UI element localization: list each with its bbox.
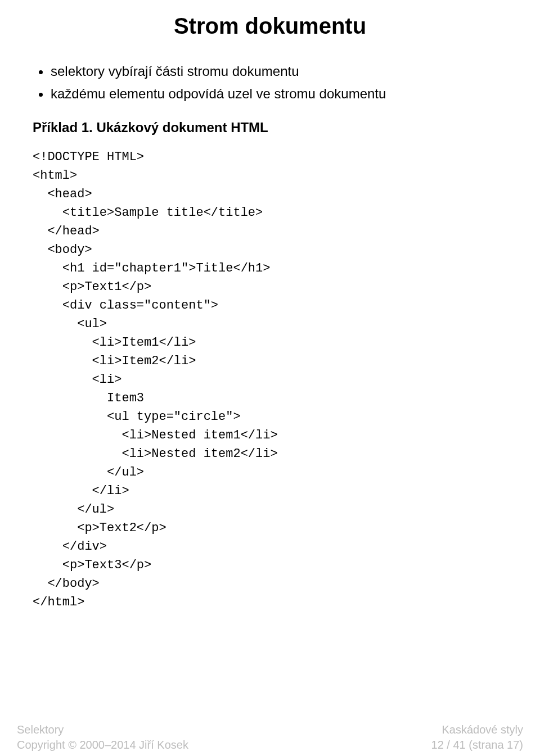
footer-page-number: 12 / 41 (strana 17) bbox=[431, 737, 523, 753]
example-heading: Příklad 1. Ukázkový dokument HTML bbox=[33, 120, 507, 135]
list-item: selektory vybírají části stromu dokument… bbox=[51, 61, 507, 82]
footer-section-name: Selektory bbox=[17, 722, 188, 737]
footer-right: Kaskádové styly 12 / 41 (strana 17) bbox=[431, 722, 523, 753]
bullet-list: selektory vybírají části stromu dokument… bbox=[33, 61, 507, 104]
code-block: <!DOCTYPE HTML> <html> <head> <title>Sam… bbox=[33, 148, 507, 612]
page-footer: Selektory Copyright © 2000–2014 Jiří Kos… bbox=[0, 722, 540, 753]
document-page: Strom dokumentu selektory vybírají části… bbox=[0, 13, 540, 756]
footer-copyright: Copyright © 2000–2014 Jiří Kosek bbox=[17, 737, 188, 753]
footer-doc-title: Kaskádové styly bbox=[431, 722, 523, 737]
footer-left: Selektory Copyright © 2000–2014 Jiří Kos… bbox=[17, 722, 188, 753]
page-title: Strom dokumentu bbox=[33, 13, 507, 39]
list-item: každému elementu odpovídá uzel ve stromu… bbox=[51, 84, 507, 104]
